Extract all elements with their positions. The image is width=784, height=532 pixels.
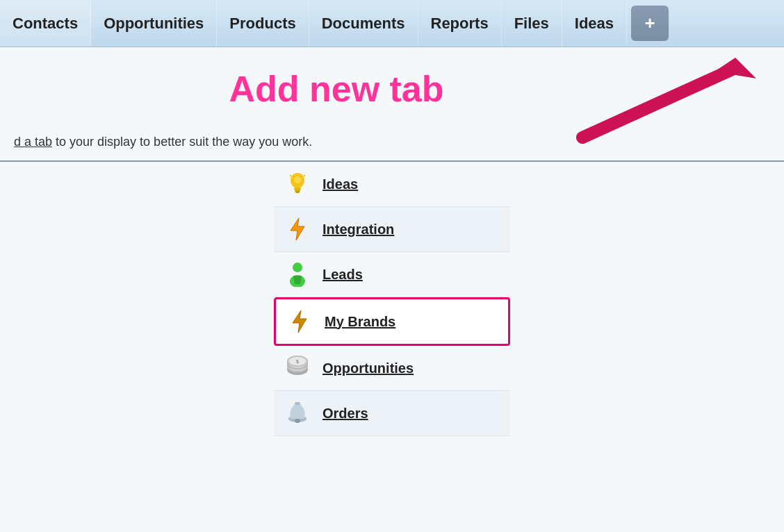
main-content: Add new tab d a tab to your display to b… — [0, 47, 784, 532]
list-item-orders-item[interactable]: Orders — [274, 391, 510, 436]
bulb-icon — [285, 172, 310, 197]
svg-point-12 — [293, 263, 302, 272]
lightning-gold-icon — [287, 309, 312, 334]
subtitle-rest: to your display to better suit the way y… — [52, 135, 312, 149]
svg-line-9 — [304, 175, 305, 176]
svg-line-1 — [582, 68, 735, 138]
svg-rect-5 — [295, 190, 300, 192]
svg-text:$: $ — [296, 359, 299, 365]
list-item-label-opportunities-item: Opportunities — [322, 360, 414, 376]
list-item-label-ideas-item: Ideas — [322, 176, 358, 192]
subtitle-link[interactable]: d a tab — [14, 135, 52, 149]
list-item-label-integration-item: Integration — [322, 222, 394, 238]
add-tab-title: Add new tab — [229, 68, 443, 110]
svg-rect-4 — [294, 188, 301, 190]
arrow-icon — [569, 54, 763, 144]
list-item-leads-item[interactable]: Leads — [274, 252, 510, 297]
arrow-container — [569, 54, 763, 147]
bell-icon — [285, 401, 310, 426]
svg-marker-15 — [293, 310, 307, 333]
nav-ideas[interactable]: Ideas — [562, 0, 627, 47]
add-tab-button[interactable]: + — [631, 6, 669, 41]
tab-list: Ideas Integration Leads My Brands $ Oppo… — [0, 162, 784, 436]
list-item-label-orders-item: Orders — [322, 406, 368, 422]
svg-rect-6 — [295, 192, 300, 193]
add-tab-section: Add new tab — [0, 47, 784, 124]
nav-contacts[interactable]: Contacts — [0, 0, 91, 47]
list-item-label-mybrands-item: My Brands — [325, 314, 395, 330]
list-item-mybrands-item[interactable]: My Brands — [274, 297, 510, 346]
lightning-icon — [285, 217, 310, 242]
svg-marker-11 — [291, 218, 304, 240]
person-icon — [285, 262, 310, 287]
svg-point-10 — [294, 176, 301, 183]
svg-point-26 — [295, 419, 300, 423]
nav-documents[interactable]: Documents — [309, 0, 418, 47]
svg-marker-14 — [293, 276, 302, 284]
nav-opportunities[interactable]: Opportunities — [91, 0, 217, 47]
svg-rect-25 — [295, 402, 300, 405]
navbar: Contacts Opportunities Products Document… — [0, 0, 784, 47]
list-item-opportunities-item[interactable]: $ Opportunities — [274, 346, 510, 391]
nav-products[interactable]: Products — [217, 0, 309, 47]
list-item-label-leads-item: Leads — [322, 267, 363, 283]
list-item-ideas-item[interactable]: Ideas — [274, 162, 510, 207]
nav-reports[interactable]: Reports — [418, 0, 502, 47]
nav-files[interactable]: Files — [502, 0, 562, 47]
svg-line-8 — [290, 175, 291, 176]
list-item-integration-item[interactable]: Integration — [274, 207, 510, 252]
coin-icon: $ — [285, 356, 310, 381]
